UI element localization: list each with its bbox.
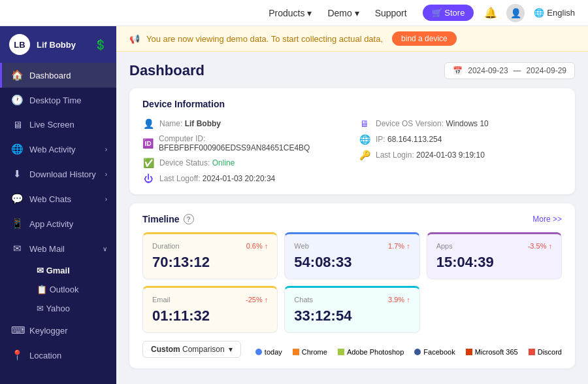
- field-device-status-text: Device Status: Online: [159, 158, 235, 167]
- legend-today: today: [255, 348, 282, 356]
- sidebar-item-download-history[interactable]: ⬇ Download History ›: [0, 162, 116, 186]
- sidebar-item-dashboard[interactable]: 🏠 Dashboard: [0, 63, 116, 88]
- legend-label-ms365: Microsoft 365: [475, 348, 518, 356]
- sidebar-label-live-screen: Live Screen: [29, 120, 74, 130]
- field-computer-id: 🆔 Computer ID: BFEBFBFF000906EDSS9AN8465…: [142, 134, 346, 152]
- sidebar-item-location[interactable]: 📍 Location: [0, 343, 116, 368]
- timeline-card: Timeline ? More >> Duration 0.6% ↑ 70:13…: [129, 203, 575, 368]
- demo-banner: 📢 You are now viewing demo data. To star…: [116, 26, 588, 52]
- nav-products[interactable]: Products ▾: [269, 8, 312, 18]
- sidebar-label-keylogger: Keylogger: [29, 326, 68, 336]
- sidebar-username: Lif Bobby: [37, 40, 88, 50]
- legend-label-today: today: [265, 348, 282, 356]
- timeline-stats-row1: Duration 0.6% ↑ 70:13:12 Web 1.7% ↑ 54:0…: [142, 232, 562, 279]
- date-separator: —: [514, 66, 521, 75]
- stat-chats-change: 3.9% ↑: [388, 296, 410, 304]
- sidebar-label-app-activity: App Activity: [29, 219, 73, 229]
- sidebar-item-web-chats[interactable]: 💬 Web Chats ›: [0, 186, 116, 211]
- sidebar-item-gmail[interactable]: ✉ Gmail: [27, 261, 116, 280]
- legend-dot-ms365: [466, 349, 472, 355]
- main-layout: LB Lif Bobby 💲 🏠 Dashboard 🕐 Desktop Tim…: [0, 26, 588, 384]
- sidebar-label-desktop-time: Desktop Time: [29, 96, 81, 105]
- sidebar-label-web-activity: Web Activity: [29, 145, 76, 154]
- nav-support[interactable]: Support: [375, 8, 407, 18]
- web-chats-icon: 💬: [11, 193, 23, 205]
- field-computer-id-text: Computer ID: BFEBFBFF000906EDSS9AN84651C…: [159, 134, 346, 152]
- date-start: 2024-09-23: [468, 66, 508, 75]
- device-info-grid: 👤 Name: Lif Bobby 🆔 Computer ID: BFEBFBF…: [142, 118, 562, 184]
- sidebar-item-keylogger[interactable]: ⌨ Keylogger: [0, 318, 116, 343]
- sidebar-item-web-activity[interactable]: 🌐 Web Activity ›: [0, 137, 116, 162]
- sidebar-label-location: Location: [29, 351, 61, 360]
- sidebar-item-desktop-time[interactable]: 🕐 Desktop Time: [0, 88, 116, 113]
- outlook-icon: 📋: [37, 285, 50, 294]
- help-icon[interactable]: ?: [184, 214, 194, 224]
- web-activity-chevron: ›: [105, 146, 107, 153]
- sidebar-item-web-mail[interactable]: ✉ Web Mail ∨: [0, 236, 116, 261]
- sidebar-user-icon: 💲: [94, 39, 107, 51]
- stat-email-label: Email: [152, 296, 171, 304]
- calendar-icon: 📅: [453, 66, 463, 75]
- field-ip: 🌐 IP: 68.164.113.254: [359, 134, 562, 145]
- legend-label-adobe: Adobe Photoshop: [347, 348, 404, 356]
- stat-web-header: Web 1.7% ↑: [294, 242, 410, 250]
- top-navigation: Products ▾ Demo ▾ Support 🛒 Store 🔔 👤 🌐 …: [0, 0, 588, 26]
- globe-icon: 🌐: [534, 8, 544, 18]
- field-last-login-text: Last Login: 2024-01-03 9:19:10: [376, 150, 485, 160]
- keylogger-icon: ⌨: [11, 324, 23, 336]
- stat-apps-change: -3.5% ↑: [528, 242, 552, 250]
- web-mail-submenu: ✉ Gmail 📋 Outlook ✉ Yahoo: [0, 261, 116, 318]
- field-os-text: Device OS Version: Windows 10: [376, 119, 489, 128]
- sidebar-item-outlook[interactable]: 📋 Outlook: [27, 280, 116, 299]
- timeline-stats-row2: Email -25% ↑ 01:11:32 Chats 3.9% ↑ 33:12…: [142, 286, 562, 333]
- legend-dot-chrome: [293, 349, 299, 355]
- desktop-time-icon: 🕐: [11, 94, 23, 106]
- ip-icon: 🌐: [359, 134, 370, 145]
- sidebar-item-yahoo[interactable]: ✉ Yahoo: [27, 299, 116, 318]
- stat-apps-header: Apps -3.5% ↑: [436, 242, 552, 250]
- sidebar-item-app-activity[interactable]: 📱 App Activity: [0, 211, 116, 236]
- legend-dot-today: [255, 349, 262, 355]
- bind-device-button[interactable]: bind a device: [392, 31, 457, 46]
- nav-demo[interactable]: Demo ▾: [327, 8, 359, 18]
- stat-email-header: Email -25% ↑: [152, 296, 268, 304]
- user-avatar[interactable]: 👤: [506, 4, 525, 22]
- language-button[interactable]: 🌐 English: [534, 8, 575, 18]
- date-end: 2024-09-29: [527, 66, 566, 75]
- sidebar-label-download-history: Download History: [29, 169, 96, 179]
- os-icon: 🖥: [359, 118, 370, 129]
- location-icon: 📍: [11, 349, 23, 361]
- sidebar-item-live-screen[interactable]: 🖥 Live Screen: [0, 113, 116, 137]
- stat-duration-header: Duration 0.6% ↑: [152, 242, 268, 250]
- stat-web-label: Web: [294, 242, 308, 250]
- field-ip-text: IP: 68.164.113.254: [376, 135, 442, 144]
- language-label: English: [547, 8, 575, 18]
- gmail-icon: ✉: [37, 266, 46, 275]
- field-last-logoff-text: Last Logoff: 2024-01-03 20:20:34: [159, 174, 275, 183]
- custom-comparison-button[interactable]: Custom Comparison ▾: [142, 341, 241, 358]
- sidebar-label-dashboard: Dashboard: [29, 71, 71, 80]
- sidebar-user[interactable]: LB Lif Bobby 💲: [0, 26, 116, 63]
- legend-facebook: Facebook: [414, 348, 455, 356]
- web-mail-icon: ✉: [11, 243, 23, 254]
- sidebar-label-web-mail: Web Mail: [29, 244, 65, 254]
- store-button[interactable]: 🛒 Store: [423, 5, 474, 21]
- stat-duration-value: 70:13:12: [152, 254, 268, 271]
- legend-dot-facebook: [414, 349, 421, 355]
- sidebar-label-web-chats: Web Chats: [29, 194, 71, 204]
- field-device-status: ✅ Device Status: Online: [142, 158, 346, 168]
- stat-apps-label: Apps: [436, 242, 453, 250]
- dashboard-header: Dashboard 📅 2024-09-23 — 2024-09-29: [129, 62, 575, 79]
- stat-email: Email -25% ↑ 01:11:32: [142, 286, 278, 333]
- bell-icon[interactable]: 🔔: [484, 7, 497, 19]
- legend-ms365: Microsoft 365: [466, 348, 518, 356]
- stat-email-value: 01:11:32: [152, 307, 268, 324]
- stat-chats-header: Chats 3.9% ↑: [294, 296, 410, 304]
- dashboard-icon: 🏠: [11, 69, 23, 81]
- download-history-chevron: ›: [105, 171, 107, 178]
- field-last-logoff: ⏻ Last Logoff: 2024-01-03 20:20:34: [142, 173, 346, 184]
- stat-duration: Duration 0.6% ↑ 70:13:12: [142, 232, 278, 279]
- comparison-chevron: ▾: [229, 345, 233, 354]
- more-link[interactable]: More >>: [532, 215, 562, 224]
- date-range-picker[interactable]: 📅 2024-09-23 — 2024-09-29: [444, 62, 575, 79]
